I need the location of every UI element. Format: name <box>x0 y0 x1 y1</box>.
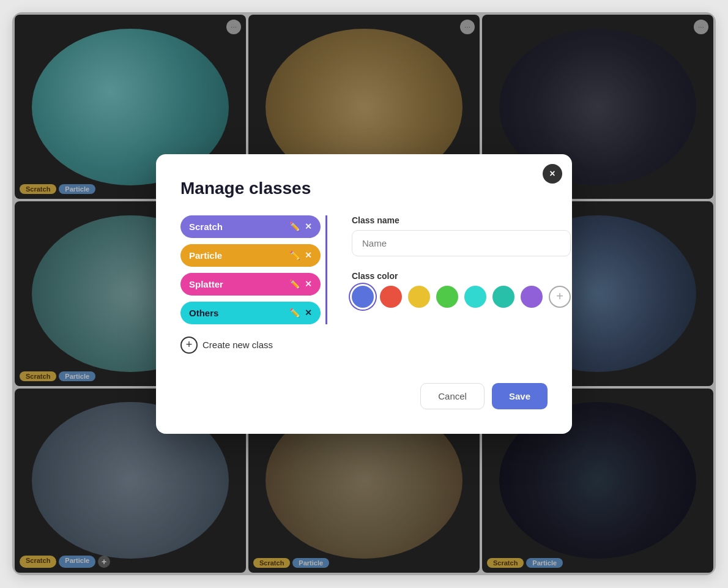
create-new-label: Create new class <box>202 340 273 350</box>
edit-icon-others[interactable]: ✏️ <box>289 308 300 318</box>
close-icon: × <box>549 168 555 179</box>
color-option-blue[interactable] <box>352 286 374 308</box>
save-button[interactable]: Save <box>492 383 548 409</box>
color-picker: + <box>352 286 571 308</box>
class-label-scratch: Scratch <box>189 221 223 232</box>
color-option-purple[interactable] <box>521 286 543 308</box>
modal-footer: Cancel Save <box>180 383 548 409</box>
class-form-panel: Class name Class color + <box>352 215 571 354</box>
color-option-red[interactable] <box>380 286 402 308</box>
class-list: Scratch ✏️ ✕ Particle ✏️ ✕ <box>180 215 327 324</box>
color-option-green[interactable] <box>436 286 458 308</box>
class-name-label: Class name <box>352 215 571 225</box>
class-item-others[interactable]: Others ✏️ ✕ <box>180 302 321 324</box>
remove-icon-scratch[interactable]: ✕ <box>305 221 312 231</box>
class-item-scratch[interactable]: Scratch ✏️ ✕ <box>180 215 321 238</box>
class-item-particle[interactable]: Particle ✏️ ✕ <box>180 244 321 267</box>
class-label-particle: Particle <box>189 250 222 261</box>
color-option-cyan[interactable] <box>464 286 486 308</box>
create-icon: + <box>180 337 198 354</box>
color-option-teal[interactable] <box>492 286 514 308</box>
class-actions-others: ✏️ ✕ <box>289 308 312 318</box>
class-item-splatter[interactable]: Splatter ✏️ ✕ <box>180 273 321 296</box>
remove-icon-others[interactable]: ✕ <box>305 308 312 318</box>
create-new-class-button[interactable]: + Create new class <box>180 337 327 354</box>
edit-icon-scratch[interactable]: ✏️ <box>289 221 300 231</box>
class-list-panel: Scratch ✏️ ✕ Particle ✏️ ✕ <box>180 215 327 354</box>
class-label-splatter: Splatter <box>189 279 223 289</box>
class-label-others: Others <box>189 308 218 318</box>
modal-close-button[interactable]: × <box>543 164 562 184</box>
modal-backdrop: × Manage classes Scratch ✏️ ✕ <box>12 12 716 575</box>
class-actions-scratch: ✏️ ✕ <box>289 221 312 231</box>
edit-icon-particle[interactable]: ✏️ <box>289 250 300 260</box>
class-actions-splatter: ✏️ ✕ <box>289 279 312 289</box>
remove-icon-splatter[interactable]: ✕ <box>305 279 312 289</box>
modal-title: Manage classes <box>180 179 548 198</box>
app-container: ⋯ Scratch Particle ⋯ ⋯ Particle Scratch … <box>12 12 716 575</box>
manage-classes-modal: × Manage classes Scratch ✏️ ✕ <box>156 154 572 434</box>
class-color-label: Class color <box>352 271 571 281</box>
class-actions-particle: ✏️ ✕ <box>289 250 312 260</box>
class-name-input[interactable] <box>352 230 571 256</box>
remove-icon-particle[interactable]: ✕ <box>305 250 312 260</box>
color-option-yellow[interactable] <box>408 286 430 308</box>
edit-icon-splatter[interactable]: ✏️ <box>289 279 300 289</box>
color-add-button[interactable]: + <box>549 286 571 308</box>
modal-body: Scratch ✏️ ✕ Particle ✏️ ✕ <box>180 215 548 354</box>
cancel-button[interactable]: Cancel <box>420 383 485 409</box>
